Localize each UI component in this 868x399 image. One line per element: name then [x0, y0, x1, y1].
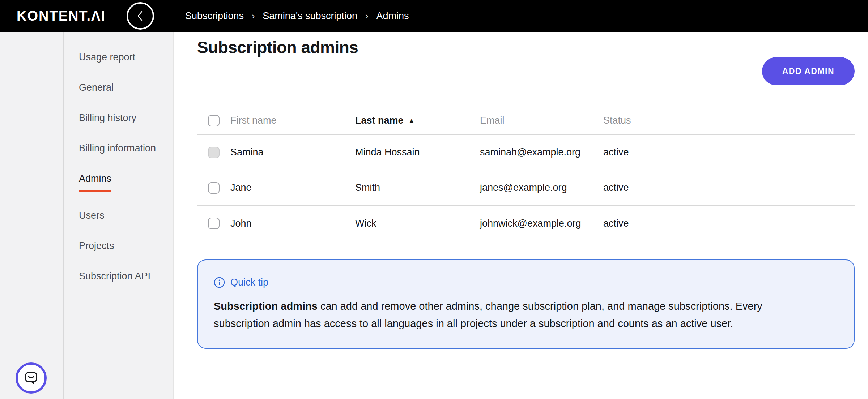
feedback-chat-button[interactable] [16, 362, 47, 394]
chevron-left-icon [135, 8, 146, 24]
column-header-label: Last name [355, 115, 404, 126]
cell-email: saminah@example.org [480, 147, 603, 158]
row-checkbox-cell [197, 147, 230, 158]
row-checkbox [208, 147, 220, 158]
header-checkbox-cell [197, 115, 230, 126]
sort-ascending-icon: ▲ [409, 117, 415, 124]
quick-tip-title: Quick tip [230, 277, 268, 288]
cell-first-name: Jane [230, 182, 355, 193]
table-row[interactable]: Jane Smith janes@example.org active [197, 170, 855, 206]
cell-email: janes@example.org [480, 182, 603, 193]
sidebar-item-label: Billing history [79, 111, 136, 124]
quick-tip-body-bold: Subscription admins [214, 300, 318, 312]
top-bar: KONTENT.ΛI Subscriptions › Samina's subs… [0, 0, 868, 32]
cell-email: johnwick@example.org [480, 218, 603, 229]
row-checkbox-cell [197, 218, 230, 229]
sidebar-item-users[interactable]: Users [79, 209, 166, 222]
sidebar-item-billing-information[interactable]: Billing information [79, 142, 166, 155]
sidebar-item-admins[interactable]: Admins [79, 172, 166, 192]
breadcrumb-separator-icon: › [365, 11, 368, 21]
info-icon [214, 277, 225, 288]
row-checkbox-cell [197, 182, 230, 194]
cell-last-name: Smith [355, 182, 480, 193]
breadcrumb-saminas-subscription[interactable]: Samina's subscription [263, 10, 357, 22]
breadcrumb-admins[interactable]: Admins [376, 10, 409, 22]
sidebar-item-general[interactable]: General [79, 81, 166, 94]
row-checkbox[interactable] [208, 218, 220, 229]
cell-last-name: Minda Hossain [355, 147, 480, 158]
cell-first-name: John [230, 218, 355, 229]
quick-tip-body: Subscription admins can add and remove o… [214, 297, 780, 332]
sidebar-item-label: Usage report [79, 51, 135, 64]
cell-status: active [603, 182, 855, 193]
quick-tip-callout: Quick tip Subscription admins can add an… [197, 259, 855, 349]
column-header-first-name[interactable]: First name [230, 115, 355, 126]
subscription-sidebar: Usage report General Billing history Bil… [0, 32, 174, 399]
back-button[interactable] [127, 2, 154, 30]
sidebar-item-label: Subscription API [79, 270, 150, 283]
sidebar-item-label: Users [79, 209, 105, 222]
cell-status: active [603, 218, 855, 229]
sidebar-item-label: Billing information [79, 142, 156, 155]
title-row: Subscription admins ADD ADMIN [197, 32, 855, 85]
table-row[interactable]: Samina Minda Hossain saminah@example.org… [197, 135, 855, 170]
add-admin-button[interactable]: ADD ADMIN [762, 57, 855, 85]
sidebar-nav: Usage report General Billing history Bil… [79, 51, 166, 300]
table-row[interactable]: John Wick johnwick@example.org active [197, 206, 855, 241]
admins-table: First name Last name ▲ Email Status Sami… [197, 107, 855, 241]
sidebar-item-label: Admins [79, 172, 111, 192]
row-checkbox[interactable] [208, 182, 220, 194]
sidebar-divider [63, 32, 64, 399]
page-title: Subscription admins [197, 38, 358, 57]
column-header-email[interactable]: Email [480, 115, 603, 126]
column-header-last-name[interactable]: Last name ▲ [355, 115, 480, 126]
cell-last-name: Wick [355, 218, 480, 229]
column-header-status[interactable]: Status [603, 115, 855, 126]
sidebar-item-usage-report[interactable]: Usage report [79, 51, 166, 64]
kontent-logo: KONTENT.ΛI [17, 8, 106, 24]
chat-bubble-icon [23, 370, 39, 386]
select-all-checkbox[interactable] [208, 115, 220, 126]
table-header-row: First name Last name ▲ Email Status [197, 107, 855, 135]
breadcrumb-separator-icon: › [252, 11, 255, 21]
sidebar-item-label: General [79, 81, 114, 94]
sidebar-item-subscription-api[interactable]: Subscription API [79, 270, 166, 283]
main-content: Subscription admins ADD ADMIN First name… [174, 32, 868, 399]
cell-status: active [603, 147, 855, 158]
sidebar-item-projects[interactable]: Projects [79, 239, 166, 252]
sidebar-item-label: Projects [79, 239, 114, 252]
breadcrumb: Subscriptions › Samina's subscription › … [185, 10, 409, 22]
cell-first-name: Samina [230, 147, 355, 158]
quick-tip-header: Quick tip [214, 277, 834, 288]
sidebar-item-billing-history[interactable]: Billing history [79, 111, 166, 124]
breadcrumb-subscriptions[interactable]: Subscriptions [185, 10, 244, 22]
